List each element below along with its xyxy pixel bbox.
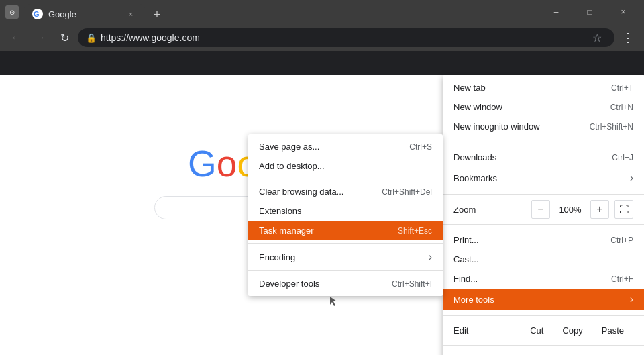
edit-control-row: Edit Cut Copy Paste [443,319,644,342]
fullscreen-icon: ⛶ [619,204,629,215]
more-tools-submenu: Save page as... Ctrl+S Add to desktop...… [248,134,443,296]
maximize-button[interactable]: □ [574,2,605,22]
menu-item-cast[interactable]: Cast... [443,250,644,269]
menu-section-downloads: Downloads Ctrl+J Bookmarks › [443,145,644,191]
submenu-item-encoding[interactable]: Encoding › [248,246,443,268]
app-icon: ⊙ [5,5,19,19]
more-options-icon: ⋮ [622,30,634,45]
url-text: https://www.google.com [101,32,584,43]
window-controls: – □ × [541,2,639,22]
google-favicon: G [32,9,43,19]
chrome-context-menu: New tab Ctrl+T New window Ctrl+N New inc… [443,75,644,355]
zoom-control-row: Zoom − 100% + ⛶ [443,197,644,221]
cut-button[interactable]: Cut [521,321,553,340]
submenu-divider-1 [248,179,443,179]
menu-divider-1 [443,142,644,142]
menu-item-new-tab[interactable]: New tab Ctrl+T [443,78,644,97]
menu-section-tools: Print... Ctrl+P Cast... Find... Ctrl+F M… [443,227,644,313]
zoom-fullscreen-button[interactable]: ⛶ [614,200,633,219]
address-bar[interactable]: 🔒 https://www.google.com ☆ [78,28,614,47]
new-tab-button[interactable]: + [148,5,166,24]
menu-divider-2 [443,194,644,195]
tab-close-button[interactable]: × [125,8,137,20]
submenu-divider-2 [248,243,443,244]
menu-divider-4 [443,315,644,316]
forward-button[interactable]: → [30,27,51,48]
forward-icon: → [35,32,46,44]
menu-item-new-window[interactable]: New window Ctrl+N [443,97,644,117]
submenu-divider-3 [248,270,443,271]
tab-title: Google [48,9,119,19]
submenu-item-clear-browsing[interactable]: Clear browsing data... Ctrl+Shift+Del [248,182,443,201]
back-button[interactable]: ← [5,27,27,48]
svg-text:G: G [34,10,40,18]
star-icon: ☆ [592,32,602,44]
submenu-section: Save page as... Ctrl+S Add to desktop...… [248,134,443,296]
menu-item-more-tools[interactable]: More tools › [443,289,644,310]
menu-item-bookmarks[interactable]: Bookmarks › [443,167,644,189]
paste-button[interactable]: Paste [592,321,633,340]
submenu-item-save-page[interactable]: Save page as... Ctrl+S [248,137,443,156]
zoom-minus-icon: − [537,203,543,215]
submenu-item-extensions[interactable]: Extensions [248,201,443,221]
menu-item-find[interactable]: Find... Ctrl+F [443,269,644,289]
menu-section-settings: Settings Help › [443,348,644,355]
submenu-item-developer-tools[interactable]: Developer tools Ctrl+Shift+I [248,274,443,293]
zoom-minus-button[interactable]: − [531,200,550,219]
back-icon: ← [11,32,21,44]
reload-icon: ↻ [60,32,69,44]
menu-divider-5 [443,345,644,346]
minimize-button[interactable]: – [541,2,572,22]
copy-button[interactable]: Copy [553,321,592,340]
bookmark-star-button[interactable]: ☆ [588,28,606,47]
menu-section-new: New tab Ctrl+T New window Ctrl+N New inc… [443,75,644,139]
menu-item-new-incognito[interactable]: New incognito window Ctrl+Shift+N [443,117,644,136]
zoom-plus-icon: + [596,203,602,215]
reload-button[interactable]: ↻ [54,27,75,48]
menu-item-downloads[interactable]: Downloads Ctrl+J [443,148,644,167]
logo-letter-g: G [188,142,217,185]
zoom-value-display: 100% [555,205,585,215]
menu-item-print[interactable]: Print... Ctrl+P [443,230,644,250]
zoom-plus-button[interactable]: + [590,200,609,219]
chrome-menu-button[interactable]: ⋮ [617,27,639,48]
browser-toolbar: ← → ↻ 🔒 https://www.google.com ☆ ⋮ [0,24,644,51]
lock-icon: 🔒 [86,33,97,43]
menu-divider-3 [443,224,644,225]
logo-letter-o1: o [217,142,237,185]
browser-tab[interactable]: G Google × [24,4,145,24]
menu-item-settings[interactable]: Settings [443,351,644,355]
cursor-pointer [329,295,339,306]
title-bar: ⊙ G Google × + – □ × [0,0,644,24]
close-button[interactable]: × [608,2,639,22]
submenu-item-task-manager[interactable]: Task manager Shift+Esc [248,221,443,240]
submenu-item-add-desktop[interactable]: Add to desktop... [248,156,443,176]
